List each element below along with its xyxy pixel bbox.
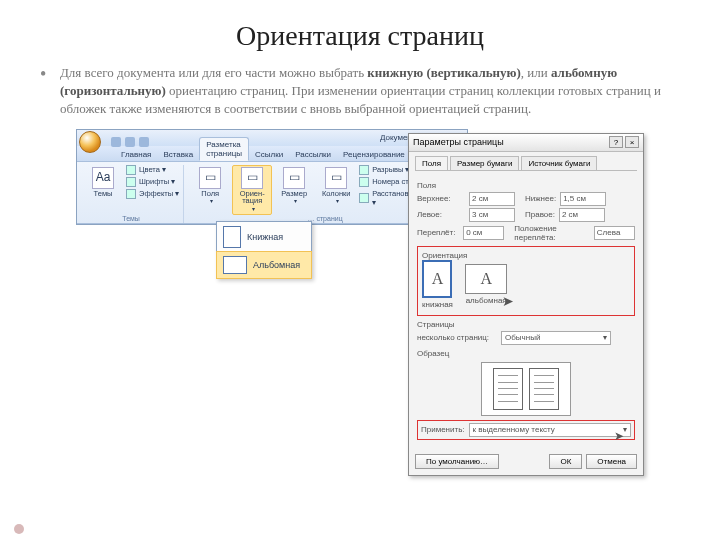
page-icon: ▭ [325, 167, 347, 189]
margin-row: Левое:3 смПравое:2 см [417, 208, 635, 222]
margin-label: Переплёт: [417, 228, 459, 237]
margin-spinner[interactable]: Слева [594, 226, 635, 240]
margin-label: Верхнее: [417, 194, 465, 203]
dialog-tabs: ПоляРазмер бумагиИсточник бумаги [409, 152, 643, 170]
pages-section-label: Страницы [417, 320, 635, 329]
orientation-portrait-choice[interactable]: A книжная [422, 260, 453, 309]
group-label-themes: Темы [83, 215, 179, 223]
margin-spinner[interactable]: 2 см [469, 192, 515, 206]
color-swatch-icon [126, 189, 136, 199]
preview-page-icon [493, 368, 523, 410]
orientation-section-label: Ориентация [422, 251, 630, 260]
dialog-help-button[interactable]: ? [609, 136, 623, 148]
margin-row: Переплёт:0 смПоложение переплёта:Слева [417, 224, 635, 242]
margin-label: Левое: [417, 210, 465, 219]
apply-to-label: Применить: [421, 425, 465, 434]
multipages-label: несколько страниц: [417, 333, 497, 342]
bullet-dot: • [40, 62, 46, 87]
dialog-tab[interactable]: Источник бумаги [521, 156, 597, 170]
qat-save-icon[interactable] [111, 137, 121, 147]
apply-to-dropdown[interactable]: к выделенному тексту▾ [469, 423, 631, 437]
margin-row: Верхнее:2 смНижнее:1,5 см [417, 192, 635, 206]
margin-spinner[interactable]: 3 см [469, 208, 515, 222]
ribbon-tab[interactable]: Рецензирование [337, 148, 411, 161]
margins-section-label: Поля [417, 181, 635, 190]
mini-icon [359, 177, 369, 187]
orientation-option-landscape[interactable]: Альбомная [216, 251, 312, 279]
landscape-page-icon [223, 256, 247, 274]
dialog-close-button[interactable]: × [625, 136, 639, 148]
portrait-page-icon [223, 226, 241, 248]
ribbon-tab[interactable]: Ссылки [249, 148, 289, 161]
ribbon-tab[interactable]: Разметка страницы [199, 137, 249, 161]
orientation-landscape-choice[interactable]: A альбомная [465, 264, 507, 305]
cursor-icon: ➤ [614, 429, 624, 443]
page-setup-button[interactable]: ▭Колонки▾ [316, 165, 356, 215]
cancel-button[interactable]: Отмена [586, 454, 637, 469]
ribbon-tab[interactable]: Рассылки [289, 148, 337, 161]
ribbon-tab[interactable]: Вставка [157, 148, 199, 161]
themes-subitem[interactable]: Эффекты ▾ [126, 189, 179, 199]
themes-icon: Aа [92, 167, 114, 189]
dialog-title: Параметры страницы [413, 137, 504, 147]
page-setup-button[interactable]: ▭Размер▾ [274, 165, 314, 215]
preview-box [481, 362, 571, 416]
margin-label: Положение переплёта: [514, 224, 589, 242]
group-themes: Aа Темы Цвета ▾Шрифты ▾Эффекты ▾ Темы [79, 165, 184, 223]
dialog-tab[interactable]: Поля [415, 156, 448, 170]
ok-button[interactable]: ОК [549, 454, 582, 469]
mini-icon [359, 193, 369, 203]
default-button[interactable]: По умолчанию… [415, 454, 499, 469]
page-setup-button[interactable]: ▭Поля▾ [190, 165, 230, 215]
margin-spinner[interactable]: 0 см [463, 226, 504, 240]
page-setup-button[interactable]: ▭Ориен­тация▾ [232, 165, 272, 215]
dialog-tab[interactable]: Размер бумаги [450, 156, 519, 170]
portrait-preview-icon: A [422, 260, 452, 298]
themes-subitem[interactable]: Цвета ▾ [126, 165, 179, 175]
orientation-highlight-box: Ориентация A книжная A альбомная ➤ [417, 246, 635, 316]
multipages-dropdown[interactable]: Обычный▾ [501, 331, 611, 345]
preview-section-label: Образец [417, 349, 635, 358]
landscape-preview-icon: A [465, 264, 507, 294]
color-swatch-icon [126, 165, 136, 175]
mini-icon [359, 165, 369, 175]
margin-spinner[interactable]: 2 см [559, 208, 605, 222]
page-icon: ▭ [199, 167, 221, 189]
slide-indicator-icon [14, 524, 24, 534]
margin-spinner[interactable]: 1,5 см [560, 192, 606, 206]
qat-undo-icon[interactable] [125, 137, 135, 147]
preview-page-icon [529, 368, 559, 410]
themes-button[interactable]: Aа Темы [83, 165, 123, 198]
orientation-option-portrait[interactable]: Книжная [217, 222, 311, 252]
bullet-paragraph: • Для всего документа или для его части … [40, 64, 680, 119]
slide-title: Ориентация страниц [40, 20, 680, 52]
color-swatch-icon [126, 177, 136, 187]
office-button[interactable] [79, 131, 101, 153]
margin-label: Нижнее: [525, 194, 556, 203]
page-icon: ▭ [283, 167, 305, 189]
orientation-dropdown: Книжная Альбомная [216, 221, 312, 279]
apply-to-highlight-box: Применить: к выделенному тексту▾ ➤ [417, 420, 635, 440]
margin-label: Правое: [525, 210, 555, 219]
qat-redo-icon[interactable] [139, 137, 149, 147]
themes-subitem[interactable]: Шрифты ▾ [126, 177, 179, 187]
page-setup-dialog: Параметры страницы ? × ПоляРазмер бумаги… [408, 133, 644, 476]
page-icon: ▭ [241, 167, 263, 189]
